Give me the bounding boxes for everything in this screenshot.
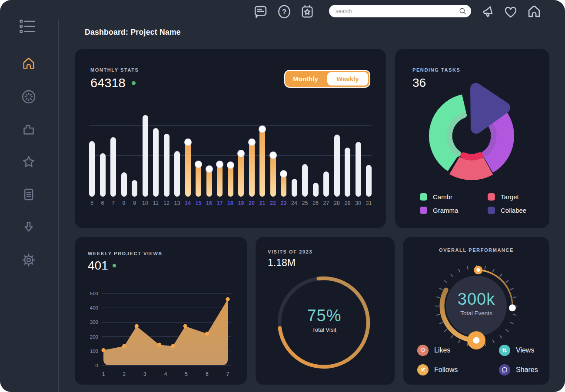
bar-day-23[interactable] bbox=[281, 173, 286, 197]
search-input[interactable] bbox=[329, 5, 471, 17]
sidebar-item-home[interactable] bbox=[21, 56, 37, 71]
bar-day-12[interactable] bbox=[164, 134, 170, 197]
data-point-7[interactable] bbox=[226, 297, 229, 301]
bar-label-9: 9 bbox=[132, 200, 137, 206]
legend-item-target[interactable]: Target bbox=[488, 193, 526, 201]
bar-day-17[interactable] bbox=[217, 163, 223, 197]
bar-label-23: 23 bbox=[281, 200, 286, 206]
bar-day-21[interactable] bbox=[259, 128, 265, 197]
bar-day-29[interactable] bbox=[345, 148, 350, 197]
gauge-tick bbox=[493, 340, 494, 343]
weekly-views-card: WEEKLY PROJECT VIEWS 401 010020030040050… bbox=[75, 237, 247, 385]
gauge-tick bbox=[493, 269, 494, 272]
period-toggle[interactable]: Monthly Weekly bbox=[284, 70, 370, 88]
gauge-tick bbox=[506, 280, 508, 282]
bar-label-26: 26 bbox=[313, 200, 319, 206]
sidebar-item-reports[interactable] bbox=[21, 187, 37, 202]
calendar-star-icon[interactable] bbox=[299, 3, 315, 20]
donut-inner-target[interactable] bbox=[464, 155, 480, 157]
search-icon[interactable] bbox=[459, 7, 467, 15]
legend-label: Follows bbox=[434, 366, 458, 374]
gauge-tick bbox=[485, 266, 485, 269]
bar-day-6[interactable] bbox=[100, 153, 106, 197]
sidebar-item-settings[interactable] bbox=[21, 252, 37, 268]
chat-icon[interactable] bbox=[253, 4, 269, 20]
bar-day-13[interactable] bbox=[174, 151, 180, 197]
gauge-marker-right[interactable] bbox=[509, 304, 516, 311]
bar-peak-dot bbox=[185, 139, 191, 145]
bar-day-15[interactable] bbox=[196, 163, 201, 197]
bar-label-14: 14 bbox=[185, 200, 191, 206]
data-point-5[interactable] bbox=[183, 324, 187, 328]
bar-day-25[interactable] bbox=[302, 164, 308, 197]
legend-label: Collabee bbox=[501, 207, 526, 214]
bar-day-10[interactable] bbox=[143, 115, 148, 197]
donut-inner-gramma[interactable] bbox=[484, 125, 494, 155]
menu-icon[interactable] bbox=[19, 19, 40, 35]
legend-label: Shares bbox=[516, 366, 538, 374]
bar-label-21: 21 bbox=[259, 200, 265, 206]
data-point-4[interactable] bbox=[171, 344, 175, 348]
bar-day-30[interactable] bbox=[356, 142, 361, 197]
bar-peak-dot bbox=[195, 161, 202, 168]
bar-day-28[interactable] bbox=[334, 135, 340, 197]
legend-item-shares[interactable]: Shares bbox=[499, 364, 538, 376]
bar-day-19[interactable] bbox=[238, 152, 244, 197]
sidebar-item-download[interactable] bbox=[21, 220, 37, 235]
bar-label-10: 10 bbox=[143, 200, 148, 206]
gauge-tick bbox=[459, 269, 460, 272]
help-icon[interactable]: ? bbox=[276, 3, 292, 20]
bar-day-22[interactable] bbox=[270, 154, 276, 197]
bar-day-11[interactable] bbox=[153, 128, 159, 197]
data-point-1[interactable] bbox=[122, 344, 126, 348]
x-tick-1: 1 bbox=[102, 371, 105, 377]
bar-day-7[interactable] bbox=[110, 137, 116, 197]
legend-item-gramma[interactable]: Gramma bbox=[420, 207, 488, 214]
legend-item-cambr[interactable]: Cambr bbox=[420, 193, 488, 201]
legend-item-likes[interactable]: Likes bbox=[417, 345, 499, 356]
bar-day-18[interactable] bbox=[228, 164, 233, 197]
data-point-3[interactable] bbox=[157, 343, 161, 347]
home-icon[interactable] bbox=[526, 3, 542, 20]
bar-day-14[interactable] bbox=[185, 141, 191, 197]
sidebar-item-favorites[interactable] bbox=[21, 154, 37, 170]
heart-icon[interactable] bbox=[503, 5, 518, 19]
megaphone-icon[interactable] bbox=[480, 4, 496, 20]
gauge-marker-top[interactable] bbox=[475, 267, 481, 273]
donut-segment-target[interactable] bbox=[455, 165, 489, 170]
sidebar-item-activity[interactable] bbox=[21, 89, 37, 105]
bar-label-30: 30 bbox=[356, 200, 361, 206]
toggle-weekly-button[interactable]: Weekly bbox=[327, 72, 368, 86]
bar-day-27[interactable] bbox=[323, 171, 329, 197]
toggle-monthly-button[interactable]: Monthly bbox=[285, 71, 326, 87]
legend-item-collabee[interactable]: Collabee bbox=[488, 207, 526, 214]
bar-day-31[interactable] bbox=[366, 165, 372, 197]
y-tick-0: 0 bbox=[96, 363, 98, 368]
bar-day-9[interactable] bbox=[132, 180, 137, 197]
x-tick-6: 6 bbox=[206, 371, 209, 377]
bar-day-24[interactable] bbox=[292, 179, 297, 197]
bar-day-26[interactable] bbox=[313, 183, 319, 197]
y-tick-200: 200 bbox=[90, 334, 98, 339]
legend-swatch bbox=[420, 207, 427, 214]
data-point-2[interactable] bbox=[135, 324, 139, 328]
gauge-tick bbox=[513, 297, 516, 298]
legend-item-views[interactable]: Views bbox=[499, 345, 538, 356]
gauge-tick bbox=[513, 314, 516, 315]
gauge-tick bbox=[510, 323, 513, 324]
bar-day-5[interactable] bbox=[89, 141, 95, 197]
gauge-tick bbox=[451, 274, 452, 277]
data-point-6[interactable] bbox=[205, 332, 209, 336]
legend-item-follows[interactable]: Follows bbox=[417, 364, 499, 376]
weekly-area-chart: 01002003004005001234567 bbox=[84, 280, 236, 381]
bar-day-20[interactable] bbox=[249, 141, 255, 197]
performance-legend: LikesViewsFollowsShares bbox=[417, 345, 538, 376]
legend-swatch bbox=[488, 193, 495, 201]
performance-card: OVERALL PERFORMANCE 300k Total Events Li… bbox=[403, 237, 549, 385]
gauge-tick bbox=[506, 329, 508, 331]
data-point-0[interactable] bbox=[101, 348, 105, 352]
sidebar-item-projects[interactable] bbox=[21, 122, 37, 137]
bar-day-16[interactable] bbox=[206, 168, 212, 197]
bar-day-8[interactable] bbox=[121, 172, 127, 197]
bar-label-31: 31 bbox=[366, 200, 372, 206]
